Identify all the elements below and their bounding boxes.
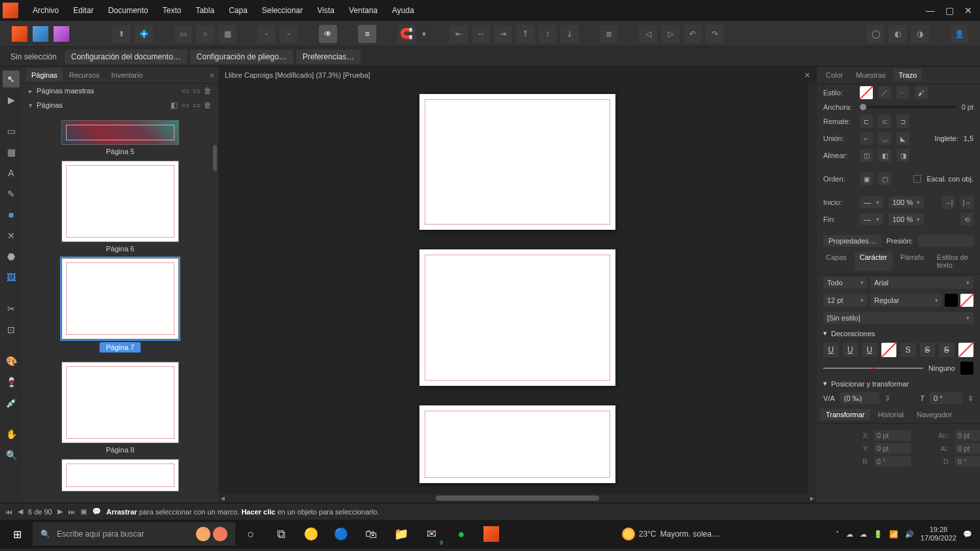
pages-dup-icon[interactable]: ▭ [193, 101, 200, 110]
kerning-input[interactable]: (0 ‰) [840, 392, 879, 404]
underline3-button[interactable]: U [862, 343, 877, 357]
master-opt2-icon[interactable]: ▭ [193, 86, 200, 95]
cortana-icon[interactable]: ○ [237, 521, 265, 547]
decoration-color-swatch[interactable] [960, 362, 973, 375]
arrow-start-pct[interactable]: 100 %▾ [889, 197, 924, 208]
tab-trazo[interactable]: Trazo [894, 69, 923, 81]
upload-icon[interactable]: ⬆ [112, 25, 131, 43]
zoom-tool[interactable]: 🔍 [3, 447, 20, 464]
tab-recursos[interactable]: Recursos [64, 69, 105, 82]
page-thumb-9[interactable] [61, 459, 179, 492]
strike-color-swatch[interactable] [958, 343, 974, 357]
stroke-width-slider[interactable] [860, 106, 956, 108]
scale-with-object-checkbox[interactable] [913, 175, 921, 183]
tab-transformar[interactable]: Transformar [821, 409, 870, 420]
x-input[interactable]: 0 pt [874, 430, 911, 441]
angle-stepper[interactable]: ⇕ [968, 394, 973, 403]
text-stroke-swatch[interactable] [960, 294, 973, 307]
grid-tool-icon[interactable]: ▦ [218, 25, 237, 43]
menu-capa[interactable]: Capa [222, 2, 254, 19]
close-icon[interactable]: ✕ [964, 5, 972, 16]
menu-vista[interactable]: Vista [311, 2, 341, 19]
publisher-icon[interactable] [12, 26, 27, 42]
font-family-select[interactable]: Arial▾ [870, 277, 973, 289]
align-center-icon[interactable]: ↔ [472, 25, 490, 43]
page-thumb-7[interactable] [61, 258, 179, 339]
no-stroke-icon[interactable] [860, 86, 873, 99]
notifications-icon[interactable]: 💬 [963, 530, 972, 539]
decorations-header[interactable]: ▾ Decoraciones [817, 326, 980, 340]
move-tool[interactable]: ↖ [3, 71, 20, 87]
scroll-right-icon[interactable]: ▸ [808, 494, 817, 503]
cap-square-icon[interactable]: ⊐ [896, 115, 909, 128]
tray-overflow-icon[interactable]: ˄ [836, 530, 840, 539]
master-pages-header[interactable]: ▸ Páginas maestras ▭ ▭ 🗑 [22, 84, 218, 98]
snap-arrow-icon[interactable]: ▾ [419, 25, 429, 43]
picture-frame-tool[interactable]: ✕ [3, 227, 20, 244]
mail-icon[interactable]: ✉9 [417, 521, 446, 547]
underline1-button[interactable]: U [823, 343, 839, 357]
align-right-icon[interactable]: ⇥ [494, 25, 512, 43]
join-round-icon[interactable]: ◡ [878, 132, 891, 145]
clock[interactable]: 19:28 17/09/2022 [921, 526, 956, 543]
place-image-tool[interactable]: 🖼 [3, 269, 20, 286]
pages-add-icon[interactable]: ▭ [182, 101, 189, 110]
menu-seleccionar[interactable]: Seleccionar [255, 2, 310, 19]
box-icon[interactable]: ▫ [257, 25, 276, 43]
document-canvas[interactable] [218, 84, 817, 494]
spread-setup-button[interactable]: Configuración de pliego… [190, 50, 293, 64]
text-frame-tool[interactable]: ▭ [3, 123, 20, 140]
canvas-horizontal-scrollbar[interactable]: ◂ ▸ [218, 494, 817, 503]
affinity-taskbar-icon[interactable] [477, 521, 506, 547]
edge-icon[interactable]: 🔵 [327, 521, 355, 547]
align-outside-stroke-icon[interactable]: ◨ [896, 149, 909, 162]
pages-delete-icon[interactable]: 🗑 [204, 101, 212, 110]
arrow-place-end-icon[interactable]: |→ [960, 196, 973, 209]
align-center-stroke-icon[interactable]: ◫ [860, 149, 873, 162]
position-transform-header[interactable]: ▾ Posicionar y transformar [817, 377, 980, 390]
fill-tool[interactable]: 🎨 [3, 353, 20, 370]
align-inside-stroke-icon[interactable]: ◧ [878, 149, 891, 162]
align-middle-icon[interactable]: ↕ [538, 25, 557, 43]
wifi-icon[interactable]: 📶 [889, 530, 898, 539]
tab-inventario[interactable]: Inventario [106, 69, 148, 82]
flip-h-icon[interactable]: ◁ [639, 25, 657, 43]
scope-select[interactable]: Todo▾ [823, 277, 868, 289]
doc-setup-button[interactable]: Configuración del documento… [65, 50, 188, 64]
baseline-icon[interactable]: ≡ [358, 25, 376, 43]
share-icon[interactable]: 💠 [135, 25, 153, 43]
document-tab[interactable]: Llibre Caproigs [Modificado] (37.3%) [Pr… [218, 67, 817, 84]
pages-header[interactable]: ▾ Páginas ◧ ▭ ▭ 🗑 [22, 98, 218, 112]
spotify-icon[interactable]: ● [447, 521, 476, 547]
underline2-button[interactable]: U [843, 343, 858, 357]
canvas-page[interactable] [419, 249, 615, 385]
align-top-icon[interactable]: ⤒ [516, 25, 534, 43]
arrange-icon[interactable]: ≣ [600, 25, 618, 43]
font-weight-select[interactable]: Regular▾ [870, 294, 942, 307]
battery-icon[interactable]: 🔋 [874, 530, 883, 539]
char-style-select[interactable]: [Sin estilo]▾ [823, 312, 973, 324]
minimize-icon[interactable]: — [926, 5, 935, 16]
inglete-value[interactable]: 1,5 [964, 134, 973, 142]
pages-list[interactable]: Página 5 Página 6 Página 7 Página 8 [22, 112, 218, 503]
arrow-end-select[interactable]: — ▾ [860, 213, 883, 225]
arrow-end-pct[interactable]: 100 %▾ [889, 213, 924, 225]
first-page-icon[interactable]: ⏮ [5, 508, 12, 516]
tab-navegador[interactable]: Navegador [911, 409, 957, 420]
shape-tool[interactable]: ⬣ [3, 248, 20, 265]
volume-icon[interactable]: 🔊 [905, 530, 914, 539]
box2-icon[interactable]: ▫ [280, 25, 298, 43]
tab-paginas[interactable]: Páginas [26, 69, 63, 82]
vector-crop-tool[interactable]: ✂ [3, 300, 20, 317]
align-bottom-icon[interactable]: ⤓ [561, 25, 579, 43]
order-front-icon[interactable]: ▢ [878, 172, 891, 185]
snap-icon[interactable]: 🧲 [397, 25, 416, 43]
tab-caracter[interactable]: Carácter [855, 251, 892, 271]
dash-stroke-icon[interactable]: ⋯ [896, 86, 909, 99]
shear-input[interactable]: 0 ° [955, 456, 980, 467]
preview-icon[interactable]: 👁 [319, 25, 337, 43]
menu-archivo[interactable]: Archivo [26, 2, 65, 19]
master-opt1-icon[interactable]: ▭ [182, 86, 189, 95]
flip-v-icon[interactable]: ▷ [661, 25, 679, 43]
strike1-button[interactable]: S [900, 343, 916, 357]
